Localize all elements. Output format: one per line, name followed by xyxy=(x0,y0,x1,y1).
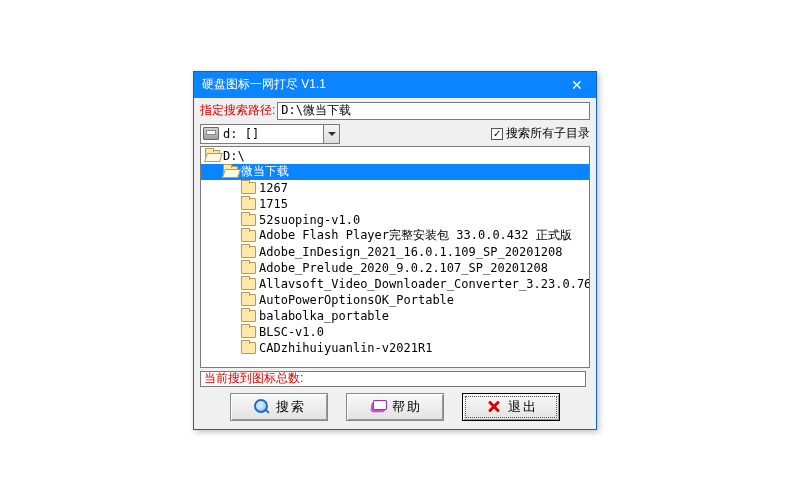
titlebar[interactable]: 硬盘图标一网打尽 V1.1 ✕ xyxy=(194,72,596,98)
tree-row[interactable]: BLSC-v1.0 xyxy=(201,324,589,340)
exit-button[interactable]: 退出 xyxy=(462,393,560,421)
help-button[interactable]: 帮助 xyxy=(346,393,444,421)
close-icon: ✕ xyxy=(571,77,583,93)
exit-icon xyxy=(485,398,503,416)
tree-row[interactable]: Adobe_InDesign_2021_16.0.1.109_SP_202012… xyxy=(201,244,589,260)
search-icon xyxy=(253,398,271,416)
tree-row-label: Adobe Flash Player完整安装包 33.0.0.432 正式版 xyxy=(259,227,572,244)
folder-closed-icon xyxy=(241,342,256,354)
tree-row[interactable]: balabolka_portable xyxy=(201,308,589,324)
status-bar: 当前搜到图标总数: xyxy=(200,371,586,387)
drive-select[interactable]: d: [] xyxy=(200,124,340,144)
tree-row-label: Allavsoft_Video_Downloader_Converter_3.2… xyxy=(259,277,590,291)
search-path-input[interactable] xyxy=(277,102,590,120)
tree-row[interactable]: 微当下载 xyxy=(201,164,589,180)
tree-row[interactable]: Allavsoft_Video_Downloader_Converter_3.2… xyxy=(201,276,589,292)
subdir-checkbox-wrap[interactable]: ✓ 搜索所有子目录 xyxy=(491,125,590,142)
path-row: 指定搜索路径: xyxy=(200,102,590,120)
tree-row-label: Adobe_Prelude_2020_9.0.2.107_SP_20201208 xyxy=(259,261,548,275)
search-button-label: 搜索 xyxy=(276,398,306,416)
tree-row[interactable]: Adobe_Prelude_2020_9.0.2.107_SP_20201208 xyxy=(201,260,589,276)
folder-closed-icon xyxy=(241,278,256,290)
folder-closed-icon xyxy=(241,182,256,194)
help-icon xyxy=(369,398,387,416)
tree-row[interactable]: CADzhihuiyuanlin-v2021R1 xyxy=(201,340,589,356)
tree-row-label: 52suoping-v1.0 xyxy=(259,213,360,227)
help-button-label: 帮助 xyxy=(392,398,422,416)
tree-row[interactable]: 1267 xyxy=(201,180,589,196)
folder-closed-icon xyxy=(241,198,256,210)
tree-row-label: 1715 xyxy=(259,197,288,211)
folder-open-icon xyxy=(223,166,238,178)
folder-open-icon xyxy=(205,150,220,162)
folder-closed-icon xyxy=(241,230,256,242)
button-row: 搜索 帮助 退出 xyxy=(200,393,590,421)
close-button[interactable]: ✕ xyxy=(558,72,596,98)
drive-text: d: [] xyxy=(223,127,259,141)
search-button[interactable]: 搜索 xyxy=(230,393,328,421)
drive-row: d: [] ✓ 搜索所有子目录 xyxy=(200,124,590,144)
tree-row[interactable]: 52suoping-v1.0 xyxy=(201,212,589,228)
chevron-down-icon xyxy=(323,125,339,143)
folder-closed-icon xyxy=(241,294,256,306)
tree-row[interactable]: AutoPowerOptionsOK_Portable xyxy=(201,292,589,308)
tree-row-label: Adobe_InDesign_2021_16.0.1.109_SP_202012… xyxy=(259,245,562,259)
path-label: 指定搜索路径: xyxy=(200,102,275,119)
status-text: 当前搜到图标总数: xyxy=(204,370,303,387)
subdir-label: 搜索所有子目录 xyxy=(506,125,590,142)
tree-row[interactable]: Adobe Flash Player完整安装包 33.0.0.432 正式版 xyxy=(201,228,589,244)
folder-closed-icon xyxy=(241,214,256,226)
tree-row-label: AutoPowerOptionsOK_Portable xyxy=(259,293,454,307)
tree-row[interactable]: D:\ xyxy=(201,148,589,164)
drive-icon xyxy=(203,127,219,140)
tree-row-label: 微当下载 xyxy=(241,163,289,180)
folder-closed-icon xyxy=(241,310,256,322)
content-area: 指定搜索路径: d: [] ✓ 搜索所有子目录 D:\微当下载126717155… xyxy=(194,98,596,429)
window-title: 硬盘图标一网打尽 V1.1 xyxy=(202,76,326,93)
app-window: 硬盘图标一网打尽 V1.1 ✕ 指定搜索路径: d: [] ✓ 搜索所有子目录 … xyxy=(193,71,597,430)
tree-row-label: balabolka_portable xyxy=(259,309,389,323)
tree-row[interactable]: 1715 xyxy=(201,196,589,212)
exit-button-label: 退出 xyxy=(508,398,538,416)
folder-closed-icon xyxy=(241,246,256,258)
subdir-checkbox[interactable]: ✓ xyxy=(491,128,503,140)
tree-row-label: CADzhihuiyuanlin-v2021R1 xyxy=(259,341,432,355)
folder-closed-icon xyxy=(241,326,256,338)
tree-row-label: 1267 xyxy=(259,181,288,195)
folder-tree[interactable]: D:\微当下载1267171552suoping-v1.0Adobe Flash… xyxy=(200,146,590,368)
tree-row-label: BLSC-v1.0 xyxy=(259,325,324,339)
folder-closed-icon xyxy=(241,262,256,274)
status-row: 当前搜到图标总数: xyxy=(200,371,590,387)
tree-row-label: D:\ xyxy=(223,149,245,163)
